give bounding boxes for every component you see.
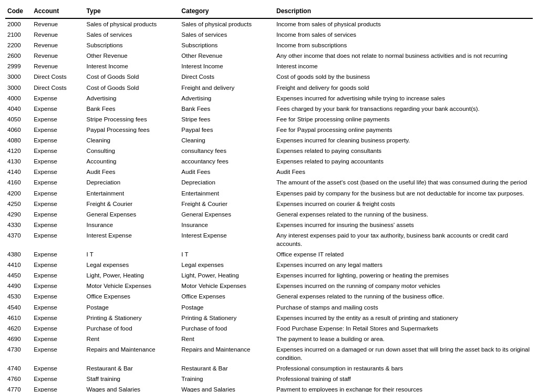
cell-20-4: Any interest expenses paid to your tax a… [274,230,533,249]
cell-8-2: Bank Fees [85,104,180,114]
cell-19-1: Expense [32,220,84,230]
table-row: 4450ExpenseLight, Power, HeatingLight, P… [5,270,533,281]
cell-4-2: Interest Income [85,61,180,71]
cell-9-0: 4050 [5,114,32,125]
cell-11-1: Expense [32,135,84,146]
cell-19-0: 4330 [5,220,32,230]
cell-14-1: Expense [32,167,84,177]
cell-5-1: Direct Costs [32,71,84,82]
cell-10-0: 4060 [5,125,32,135]
cell-0-0: 2000 [5,18,32,29]
cell-21-4: Office expense IT related [274,249,533,260]
table-row: 4040ExpenseBank FeesBank FeesFees charge… [5,104,533,114]
table-row: 4490ExpenseMotor Vehicle ExpensesMotor V… [5,281,533,291]
cell-22-1: Expense [32,260,84,270]
cell-3-4: Any other income that does not relate to… [274,50,533,61]
table-row: 3000Direct CostsCost of Goods SoldFreigh… [5,82,533,93]
cell-15-0: 4160 [5,177,32,188]
table-row: 2600RevenueOther RevenueOther RevenueAny… [5,50,533,61]
cell-31-1: Expense [32,363,84,374]
cell-21-1: Expense [32,249,84,260]
cell-7-0: 4000 [5,93,32,104]
cell-20-2: Interest Expense [85,230,180,249]
table-row: 4380ExpenseI TI TOffice expense IT relat… [5,249,533,260]
cell-2-4: Income from subscriptions [274,40,533,50]
cell-2-0: 2200 [5,40,32,50]
cell-13-0: 4130 [5,156,32,167]
table-row: 4770ExpenseWages and SalariesWages and S… [5,384,533,392]
cell-21-2: I T [85,249,180,260]
header-code: Code [5,5,32,18]
cell-15-1: Expense [32,177,84,188]
cell-14-2: Audit Fees [85,167,180,177]
cell-20-0: 4370 [5,230,32,249]
cell-26-1: Expense [32,302,84,313]
cell-25-2: Office Expenses [85,291,180,302]
header-description: Description [274,5,533,18]
cell-1-4: Income from sales of services [274,29,533,40]
cell-31-4: Professional consumption in restaurants … [274,363,533,374]
cell-1-2: Sales of services [85,29,180,40]
cell-19-3: Insurance [179,220,274,230]
cell-3-0: 2600 [5,50,32,61]
cell-17-2: Freight & Courier [85,199,180,209]
cell-8-4: Fees charged by your bank for transactio… [274,104,533,114]
cell-8-3: Bank Fees [179,104,274,114]
cell-1-1: Revenue [32,29,84,40]
cell-17-1: Expense [32,199,84,209]
cell-32-3: Training [179,374,274,384]
cell-7-3: Advertising [179,93,274,104]
table-row: 4530ExpenseOffice ExpensesOffice Expense… [5,291,533,302]
cell-17-4: Expenses incurred on courier & freight c… [274,199,533,209]
cell-5-2: Cost of Goods Sold [85,71,180,82]
table-row: 4730ExpenseRepairs and MaintenanceRepair… [5,344,533,363]
cell-6-2: Cost of Goods Sold [85,82,180,93]
cell-28-0: 4620 [5,323,32,334]
table-row: 4620ExpensePurchase of foodPurchase of f… [5,323,533,334]
cell-9-1: Expense [32,114,84,125]
cell-18-0: 4290 [5,209,32,220]
cell-26-0: 4540 [5,302,32,313]
cell-17-0: 4250 [5,199,32,209]
cell-0-4: Income from sales of physical products [274,18,533,29]
cell-30-1: Expense [32,344,84,363]
cell-10-3: Paypal fees [179,125,274,135]
cell-23-0: 4450 [5,270,32,281]
cell-9-3: Stripe fees [179,114,274,125]
cell-4-1: Revenue [32,61,84,71]
cell-23-2: Light, Power, Heating [85,270,180,281]
cell-23-3: Light, Power, Heating [179,270,274,281]
cell-13-3: accountancy fees [179,156,274,167]
table-row: 4130ExpenseAccountingaccountancy feesExp… [5,156,533,167]
cell-27-3: Printing & Stationery [179,313,274,323]
table-row: 3000Direct CostsCost of Goods SoldDirect… [5,71,533,82]
cell-6-4: Freight and delivery for goods sold [274,82,533,93]
cell-31-0: 4740 [5,363,32,374]
cell-33-4: Payment to employees in exchange for the… [274,384,533,392]
cell-14-4: Audit Fees [274,167,533,177]
table-row: 2000RevenueSales of physical productsSal… [5,18,533,29]
table-row: 4200ExpenseEntertainmentEntertainmentExp… [5,188,533,199]
table-row: 4060ExpensePaypal Processing feesPaypal … [5,125,533,135]
cell-33-1: Expense [32,384,84,392]
cell-12-3: consultancy fees [179,146,274,156]
table-row: 4050ExpenseStripe Processing feesStripe … [5,114,533,125]
cell-31-3: Restaurant & Bar [179,363,274,374]
cell-13-1: Expense [32,156,84,167]
cell-30-2: Repairs and Maintenance [85,344,180,363]
cell-21-3: I T [179,249,274,260]
cell-8-1: Expense [32,104,84,114]
cell-29-4: The payment to lease a building or area. [274,334,533,344]
cell-2-1: Revenue [32,40,84,50]
cell-16-2: Entertainment [85,188,180,199]
cell-24-2: Motor Vehicle Expenses [85,281,180,291]
cell-32-1: Expense [32,374,84,384]
cell-4-0: 2999 [5,61,32,71]
cell-12-1: Expense [32,146,84,156]
cell-17-3: Freight & Courier [179,199,274,209]
cell-25-1: Expense [32,291,84,302]
cell-25-0: 4530 [5,291,32,302]
cell-28-4: Food Purchase Expense: In Retail Stores … [274,323,533,334]
cell-11-0: 4080 [5,135,32,146]
cell-16-1: Expense [32,188,84,199]
